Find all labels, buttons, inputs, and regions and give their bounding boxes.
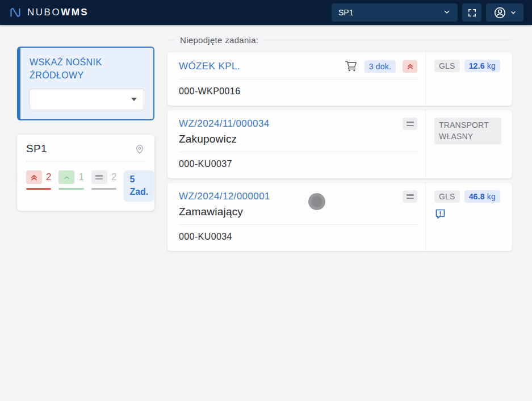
carrier-badge: GLS — [434, 60, 460, 72]
stat-priority-high: 2 — [26, 170, 51, 190]
brand: NUBOWMS — [9, 5, 89, 20]
divider — [179, 224, 417, 225]
total-tasks-label: Zad. — [129, 186, 148, 198]
total-tasks-count: 5 — [129, 173, 148, 186]
stat-underline — [91, 188, 116, 190]
fullscreen-icon — [467, 8, 477, 18]
stat-underline — [58, 188, 83, 190]
left-sidebar: WSKAŻ NOŚNIK ŹRÓDŁOWY SP1 — [17, 47, 154, 211]
task-card-wz-000001[interactable]: WZ/2024/12/000001 Zamawiający 000-KU0034… — [167, 183, 512, 251]
warehouse-select[interactable]: SP1 — [332, 3, 458, 22]
location-name: SP1 — [26, 143, 47, 155]
task-title: WÓZEK KPL. — [179, 61, 338, 72]
task-subtitle: Zamawiający — [179, 206, 417, 218]
weight-badge: 46.8kg — [464, 190, 500, 203]
equals-icon — [91, 170, 107, 184]
task-code: 000-WKP0016 — [179, 86, 417, 97]
stat-underline — [26, 188, 51, 190]
task-title: WZ/2024/11/000034 — [179, 118, 396, 130]
priority-normal-icon — [403, 118, 417, 130]
user-menu-button[interactable] — [486, 3, 523, 22]
priority-normal-icon — [403, 190, 417, 203]
task-subtitle: Zakupowicz — [179, 133, 417, 145]
section-title: Niepodjęte zadania: — [167, 35, 512, 45]
fullscreen-button[interactable] — [462, 3, 481, 22]
source-carrier-panel: WSKAŻ NOŚNIK ŹRÓDŁOWY — [17, 47, 154, 120]
source-carrier-title: WSKAŻ NOŚNIK ŹRÓDŁOWY — [30, 56, 115, 82]
total-tasks-badge[interactable]: 5 Zad. — [124, 170, 154, 201]
top-navbar: NUBOWMS SP1 — [0, 0, 532, 25]
docs-count-badge: 3 dok. — [365, 60, 396, 73]
cart-icon — [345, 60, 358, 73]
task-card-wozek[interactable]: WÓZEK KPL. 3 dok. 000-WKP0016 — [167, 52, 512, 106]
chevron-up-icon — [58, 170, 74, 184]
task-title: WZ/2024/12/000001 — [179, 191, 396, 202]
location-summary-card[interactable]: SP1 2 — [17, 135, 154, 210]
carrier-badge: GLS — [434, 190, 460, 203]
stat-count: 2 — [46, 172, 51, 183]
source-carrier-select[interactable] — [30, 89, 144, 110]
comment-exclamation-icon[interactable] — [434, 208, 505, 220]
chevron-down-icon — [443, 8, 451, 18]
user-circle-icon — [493, 6, 506, 19]
chevron-down-icon — [510, 9, 517, 16]
transport-badge: TRANSPORT WŁASNY — [434, 118, 501, 144]
brand-name: NUBOWMS — [27, 7, 89, 18]
priority-high-icon — [403, 60, 417, 73]
double-chevron-up-icon — [26, 170, 42, 184]
tasks-panel: Niepodjęte zadania: WÓZEK KPL. 3 dok. — [167, 35, 512, 251]
warehouse-select-value: SP1 — [338, 8, 353, 17]
task-code: 000-KU0037 — [179, 159, 417, 169]
stat-priority-normal: 2 — [91, 170, 116, 190]
stat-priority-medium: 1 — [58, 170, 83, 190]
nubo-logo-icon — [9, 5, 22, 20]
task-card-wz-000034[interactable]: WZ/2024/11/000034 Zakupowicz 000-KU0037 … — [167, 110, 512, 178]
stat-count: 2 — [111, 172, 116, 183]
select-caret-icon — [131, 98, 137, 101]
location-pin-icon — [134, 143, 145, 154]
stat-count: 1 — [78, 172, 83, 183]
divider — [179, 79, 417, 80]
task-code: 000-KU0034 — [179, 232, 417, 242]
divider — [179, 152, 417, 152]
weight-badge: 12.6kg — [464, 60, 500, 72]
